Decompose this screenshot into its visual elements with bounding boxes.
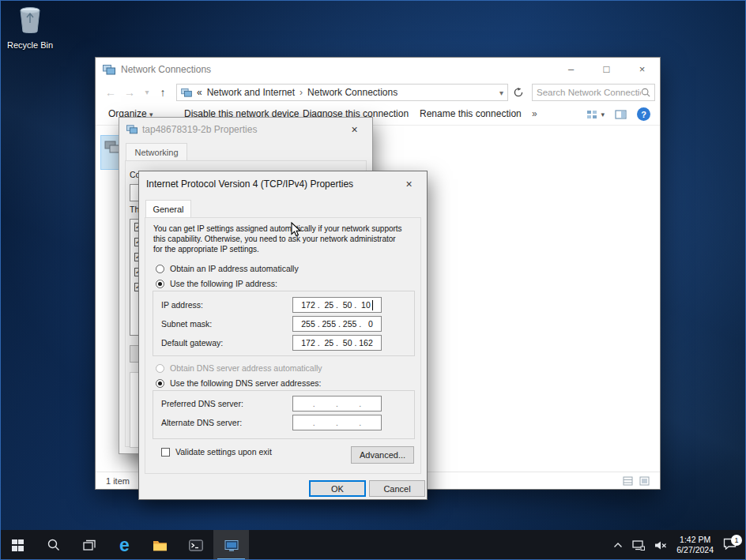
explorer-navbar: ← → ▾ ↑ « Network and Internet › Network… <box>96 81 660 103</box>
explorer-titlebar[interactable]: Network Connections – □ × <box>96 58 660 81</box>
tap-dialog-close-button[interactable]: × <box>337 118 372 141</box>
forward-button[interactable]: → <box>121 85 138 100</box>
search-icon <box>47 539 60 551</box>
system-tray: 1:42 PM 6/27/2024 1 <box>613 530 746 560</box>
command-prompt-icon <box>189 539 203 551</box>
recycle-bin[interactable]: Recycle Bin <box>5 5 55 50</box>
desktop-background: Recycle Bin Network Connections – □ × ← … <box>0 0 746 560</box>
radio-use-dns[interactable]: Use the following DNS server addresses: <box>156 378 321 388</box>
taskbar-clock[interactable]: 1:42 PM 6/27/2024 <box>676 535 714 555</box>
tab-networking[interactable]: Networking <box>126 143 187 160</box>
tap-dialog-titlebar[interactable]: tap48678319-2b Properties × <box>119 118 372 141</box>
default-gateway-value: 172 . 25 . 50 . 162 <box>301 338 373 348</box>
back-icon: ← <box>105 86 116 99</box>
advanced-button-label: Advanced... <box>360 450 405 460</box>
close-icon: × <box>351 123 357 136</box>
back-button[interactable]: ← <box>102 85 119 100</box>
tray-expand-icon[interactable] <box>613 542 623 548</box>
ok-button[interactable]: OK <box>309 480 366 497</box>
address-dropdown-icon[interactable]: ▾ <box>499 88 503 97</box>
search-input[interactable] <box>537 88 641 97</box>
help-button[interactable]: ? <box>637 107 650 121</box>
search-box <box>532 84 655 101</box>
radio-obtain-ip[interactable]: Obtain an IP address automatically <box>156 264 299 273</box>
ip-settings-group: IP address: 172 . 25 . 50 . 10 Subnet ma… <box>153 291 415 356</box>
ok-button-label: OK <box>331 484 344 494</box>
close-icon: × <box>639 63 646 75</box>
tap-dialog-title: tap48678319-2b Properties <box>142 124 257 135</box>
subnet-mask-label: Subnet mask: <box>161 316 212 332</box>
ip-address-field[interactable]: 172 . 25 . 50 . 10 <box>292 297 382 313</box>
start-button[interactable] <box>0 530 36 560</box>
breadcrumb-network-connections[interactable]: Network Connections <box>307 87 397 98</box>
command-prompt-button[interactable] <box>178 530 213 560</box>
toolbar-overflow[interactable]: » <box>532 108 537 119</box>
validate-checkbox-row[interactable]: Validate settings upon exit <box>161 447 272 457</box>
default-gateway-label: Default gateway: <box>161 335 223 351</box>
network-connections-app-icon <box>103 65 115 75</box>
network-connections-window-icon <box>224 539 239 551</box>
address-bar[interactable]: « Network and Internet › Network Connect… <box>176 84 508 101</box>
search-icon <box>641 88 650 97</box>
alternate-dns-field[interactable]: . . . <box>292 415 382 430</box>
volume-muted-icon[interactable] <box>654 540 667 551</box>
subnet-mask-field[interactable]: 255 . 255 . 255 . 0 <box>292 316 382 332</box>
radio-obtain-dns-disabled: Obtain DNS server address automatically <box>156 363 322 373</box>
recycle-bin-icon <box>17 5 43 35</box>
chevron-down-icon: ▾ <box>145 88 149 96</box>
details-view-toggle-icon[interactable] <box>623 476 633 486</box>
minimize-button[interactable]: – <box>553 58 589 81</box>
task-view-button[interactable] <box>71 530 107 560</box>
ipv4-intro-text: You can get IP settings assigned automat… <box>153 224 419 254</box>
up-icon: ↑ <box>160 86 166 99</box>
default-gateway-field[interactable]: 172 . 25 . 50 . 162 <box>292 335 382 351</box>
recycle-bin-label: Recycle Bin <box>5 40 55 50</box>
tab-networking-label: Networking <box>134 148 178 157</box>
refresh-button[interactable] <box>510 84 527 101</box>
validate-checkbox-label: Validate settings upon exit <box>175 447 272 457</box>
notification-badge: 1 <box>731 535 742 546</box>
change-view-button[interactable]: ▾ <box>586 109 605 120</box>
toolbar-rename-connection[interactable]: Rename this connection <box>420 108 522 119</box>
taskbar-search-button[interactable] <box>36 530 71 560</box>
maximize-button[interactable]: □ <box>589 58 624 81</box>
alternate-dns-value: . . . <box>313 418 361 427</box>
radio-circle-checked[interactable] <box>156 379 164 388</box>
network-status-icon[interactable] <box>632 540 645 551</box>
intro-line-2: this capability. Otherwise, you need to … <box>153 234 419 244</box>
network-connections-taskbar-button[interactable] <box>213 530 249 560</box>
radio-obtain-ip-label: Obtain an IP address automatically <box>170 264 299 273</box>
preview-pane-icon[interactable] <box>615 109 627 120</box>
close-button[interactable]: × <box>624 58 660 81</box>
preferred-dns-label: Preferred DNS server: <box>161 396 243 412</box>
radio-obtain-dns-label: Obtain DNS server address automatically <box>170 363 322 373</box>
radio-circle-checked[interactable] <box>156 280 164 288</box>
preferred-dns-field[interactable]: . . . <box>292 396 382 412</box>
large-icons-view-toggle-icon[interactable] <box>639 476 650 486</box>
radio-circle[interactable] <box>156 265 164 273</box>
subnet-mask-value: 255 . 255 . 255 . 0 <box>301 319 373 329</box>
item-count: 1 item <box>106 476 130 486</box>
alternate-dns-label: Alternate DNS server: <box>161 415 242 430</box>
refresh-icon <box>514 88 523 97</box>
ipv4-dialog-titlebar[interactable]: Internet Protocol Version 4 (TCP/IPv4) P… <box>139 171 427 197</box>
cancel-button[interactable]: Cancel <box>369 480 425 497</box>
action-center-button[interactable]: 1 <box>723 538 737 553</box>
radio-use-ip[interactable]: Use the following IP address: <box>156 279 277 288</box>
file-explorer-button[interactable] <box>142 530 178 560</box>
breadcrumb-collapsed[interactable]: « <box>197 87 202 98</box>
ipv4-properties-dialog: Internet Protocol Version 4 (TCP/IPv4) P… <box>138 171 428 500</box>
edge-browser-button[interactable]: e <box>107 530 142 560</box>
radio-use-dns-label: Use the following DNS server addresses: <box>170 378 321 388</box>
validate-checkbox[interactable] <box>161 448 170 457</box>
breadcrumb-network-and-internet[interactable]: Network and Internet <box>207 87 295 98</box>
text-caret <box>372 300 373 310</box>
breadcrumb-separator-icon: › <box>300 87 303 98</box>
tab-general[interactable]: General <box>145 200 191 217</box>
recent-locations-button[interactable]: ▾ <box>138 85 156 100</box>
ipv4-dialog-close-button[interactable]: × <box>391 171 427 196</box>
task-view-icon <box>83 539 96 551</box>
advanced-button[interactable]: Advanced... <box>351 446 414 464</box>
up-button[interactable]: ↑ <box>154 85 171 100</box>
radio-use-ip-label: Use the following IP address: <box>170 279 277 288</box>
